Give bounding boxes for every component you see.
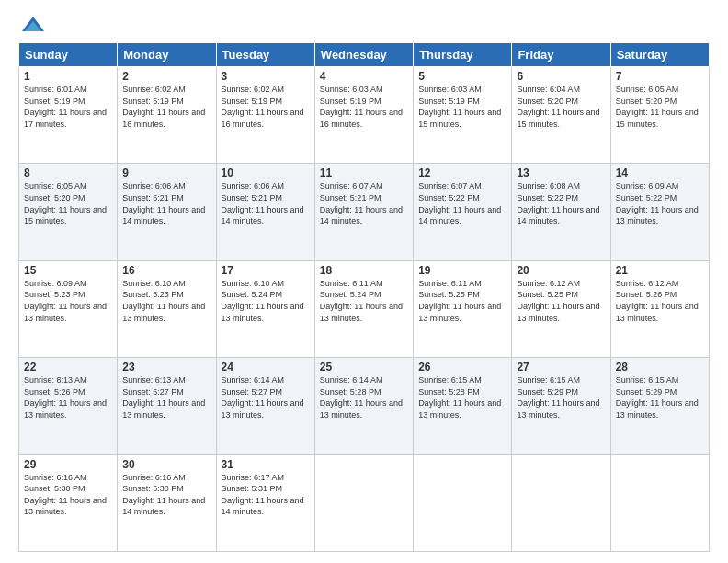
- calendar-day-cell: 29Sunrise: 6:16 AMSunset: 5:30 PMDayligh…: [19, 454, 118, 551]
- page: SundayMondayTuesdayWednesdayThursdayFrid…: [0, 0, 728, 563]
- calendar-day-cell: 17Sunrise: 6:10 AMSunset: 5:24 PMDayligh…: [216, 260, 314, 357]
- calendar-day-cell: 16Sunrise: 6:10 AMSunset: 5:23 PMDayligh…: [118, 260, 216, 357]
- day-info: Sunrise: 6:16 AMSunset: 5:30 PMDaylight:…: [24, 472, 112, 518]
- calendar-day-cell: 26Sunrise: 6:15 AMSunset: 5:28 PMDayligh…: [414, 358, 512, 454]
- calendar-week-row: 29Sunrise: 6:16 AMSunset: 5:30 PMDayligh…: [19, 454, 710, 551]
- calendar-day-cell: 9Sunrise: 6:06 AMSunset: 5:21 PMDaylight…: [118, 164, 216, 260]
- day-info: Sunrise: 6:04 AMSunset: 5:20 PMDaylight:…: [517, 84, 605, 130]
- day-info: Sunrise: 6:01 AMSunset: 5:19 PMDaylight:…: [24, 84, 112, 130]
- calendar-day-cell: 27Sunrise: 6:15 AMSunset: 5:29 PMDayligh…: [512, 358, 610, 454]
- calendar-day-cell: 5Sunrise: 6:03 AMSunset: 5:19 PMDaylight…: [414, 67, 512, 164]
- day-number: 3: [222, 70, 310, 83]
- day-number: 21: [616, 264, 704, 277]
- calendar-day-cell: 20Sunrise: 6:12 AMSunset: 5:25 PMDayligh…: [512, 260, 610, 357]
- calendar-day-cell: 7Sunrise: 6:05 AMSunset: 5:20 PMDaylight…: [610, 67, 709, 164]
- day-number: 7: [616, 70, 704, 83]
- day-number: 6: [517, 70, 605, 83]
- day-number: 8: [24, 167, 112, 179]
- day-number: 18: [320, 264, 408, 277]
- weekday-header: Monday: [118, 43, 216, 67]
- calendar-day-cell: 12Sunrise: 6:07 AMSunset: 5:22 PMDayligh…: [414, 164, 512, 260]
- calendar-day-cell: [414, 454, 512, 551]
- day-number: 4: [320, 70, 408, 83]
- day-number: 27: [517, 361, 605, 373]
- day-info: Sunrise: 6:15 AMSunset: 5:28 PMDaylight:…: [418, 374, 506, 420]
- weekday-header: Tuesday: [216, 43, 314, 67]
- day-number: 31: [222, 458, 310, 471]
- day-number: 5: [418, 70, 506, 83]
- calendar-day-cell: 2Sunrise: 6:02 AMSunset: 5:19 PMDaylight…: [118, 67, 216, 164]
- day-info: Sunrise: 6:15 AMSunset: 5:29 PMDaylight:…: [517, 374, 605, 420]
- calendar-day-cell: 11Sunrise: 6:07 AMSunset: 5:21 PMDayligh…: [314, 164, 413, 260]
- calendar-day-cell: 3Sunrise: 6:02 AMSunset: 5:19 PMDaylight…: [216, 67, 314, 164]
- day-info: Sunrise: 6:16 AMSunset: 5:30 PMDaylight:…: [122, 472, 210, 518]
- day-info: Sunrise: 6:05 AMSunset: 5:20 PMDaylight:…: [616, 84, 704, 130]
- calendar-day-cell: 21Sunrise: 6:12 AMSunset: 5:26 PMDayligh…: [610, 260, 709, 357]
- calendar-header-row: SundayMondayTuesdayWednesdayThursdayFrid…: [19, 43, 710, 67]
- day-info: Sunrise: 6:10 AMSunset: 5:23 PMDaylight:…: [122, 278, 210, 324]
- day-number: 16: [122, 264, 210, 277]
- day-info: Sunrise: 6:07 AMSunset: 5:22 PMDaylight:…: [418, 180, 506, 226]
- calendar-day-cell: 15Sunrise: 6:09 AMSunset: 5:23 PMDayligh…: [19, 260, 118, 357]
- day-info: Sunrise: 6:12 AMSunset: 5:25 PMDaylight:…: [517, 278, 605, 324]
- calendar-day-cell: 6Sunrise: 6:04 AMSunset: 5:20 PMDaylight…: [512, 67, 610, 164]
- day-info: Sunrise: 6:02 AMSunset: 5:19 PMDaylight:…: [222, 84, 310, 130]
- calendar-day-cell: 1Sunrise: 6:01 AMSunset: 5:19 PMDaylight…: [19, 67, 118, 164]
- day-info: Sunrise: 6:07 AMSunset: 5:21 PMDaylight:…: [320, 180, 408, 226]
- day-info: Sunrise: 6:10 AMSunset: 5:24 PMDaylight:…: [222, 278, 310, 324]
- day-info: Sunrise: 6:11 AMSunset: 5:25 PMDaylight:…: [418, 278, 506, 324]
- day-info: Sunrise: 6:17 AMSunset: 5:31 PMDaylight:…: [222, 472, 310, 518]
- day-info: Sunrise: 6:03 AMSunset: 5:19 PMDaylight:…: [320, 84, 408, 130]
- calendar-day-cell: 22Sunrise: 6:13 AMSunset: 5:26 PMDayligh…: [19, 358, 118, 454]
- day-info: Sunrise: 6:02 AMSunset: 5:19 PMDaylight:…: [122, 84, 210, 130]
- weekday-header: Friday: [512, 43, 610, 67]
- logo-icon: [20, 15, 46, 35]
- day-info: Sunrise: 6:15 AMSunset: 5:29 PMDaylight:…: [616, 374, 704, 420]
- weekday-header: Sunday: [19, 43, 118, 67]
- calendar-day-cell: 25Sunrise: 6:14 AMSunset: 5:28 PMDayligh…: [314, 358, 413, 454]
- calendar-day-cell: [610, 454, 709, 551]
- day-number: 9: [122, 167, 210, 179]
- day-number: 2: [122, 70, 210, 83]
- day-number: 13: [517, 167, 605, 179]
- day-info: Sunrise: 6:06 AMSunset: 5:21 PMDaylight:…: [222, 180, 310, 226]
- day-number: 26: [418, 361, 506, 373]
- logo: [18, 15, 46, 33]
- calendar-day-cell: 18Sunrise: 6:11 AMSunset: 5:24 PMDayligh…: [314, 260, 413, 357]
- day-info: Sunrise: 6:12 AMSunset: 5:26 PMDaylight:…: [616, 278, 704, 324]
- day-number: 17: [222, 264, 310, 277]
- day-number: 14: [616, 167, 704, 179]
- day-number: 30: [122, 458, 210, 471]
- weekday-header: Saturday: [610, 43, 709, 67]
- day-info: Sunrise: 6:09 AMSunset: 5:22 PMDaylight:…: [616, 180, 704, 226]
- calendar-day-cell: 30Sunrise: 6:16 AMSunset: 5:30 PMDayligh…: [118, 454, 216, 551]
- calendar-week-row: 1Sunrise: 6:01 AMSunset: 5:19 PMDaylight…: [19, 67, 710, 164]
- day-info: Sunrise: 6:13 AMSunset: 5:27 PMDaylight:…: [122, 374, 210, 420]
- calendar-day-cell: 19Sunrise: 6:11 AMSunset: 5:25 PMDayligh…: [414, 260, 512, 357]
- day-number: 11: [320, 167, 408, 179]
- calendar-day-cell: [314, 454, 413, 551]
- calendar-week-row: 8Sunrise: 6:05 AMSunset: 5:20 PMDaylight…: [19, 164, 710, 260]
- day-number: 25: [320, 361, 408, 373]
- day-info: Sunrise: 6:14 AMSunset: 5:27 PMDaylight:…: [222, 374, 310, 420]
- weekday-header: Wednesday: [314, 43, 413, 67]
- day-info: Sunrise: 6:08 AMSunset: 5:22 PMDaylight:…: [517, 180, 605, 226]
- calendar-day-cell: 24Sunrise: 6:14 AMSunset: 5:27 PMDayligh…: [216, 358, 314, 454]
- day-number: 12: [418, 167, 506, 179]
- day-info: Sunrise: 6:09 AMSunset: 5:23 PMDaylight:…: [24, 278, 112, 324]
- day-info: Sunrise: 6:05 AMSunset: 5:20 PMDaylight:…: [24, 180, 112, 226]
- calendar-day-cell: 13Sunrise: 6:08 AMSunset: 5:22 PMDayligh…: [512, 164, 610, 260]
- day-info: Sunrise: 6:14 AMSunset: 5:28 PMDaylight:…: [320, 374, 408, 420]
- header: [18, 15, 710, 33]
- day-number: 19: [418, 264, 506, 277]
- day-number: 15: [24, 264, 112, 277]
- calendar: SundayMondayTuesdayWednesdayThursdayFrid…: [18, 42, 710, 552]
- weekday-header: Thursday: [414, 43, 512, 67]
- calendar-day-cell: 8Sunrise: 6:05 AMSunset: 5:20 PMDaylight…: [19, 164, 118, 260]
- calendar-day-cell: 28Sunrise: 6:15 AMSunset: 5:29 PMDayligh…: [610, 358, 709, 454]
- calendar-day-cell: 4Sunrise: 6:03 AMSunset: 5:19 PMDaylight…: [314, 67, 413, 164]
- day-number: 23: [122, 361, 210, 373]
- calendar-day-cell: 23Sunrise: 6:13 AMSunset: 5:27 PMDayligh…: [118, 358, 216, 454]
- day-number: 24: [222, 361, 310, 373]
- calendar-day-cell: 10Sunrise: 6:06 AMSunset: 5:21 PMDayligh…: [216, 164, 314, 260]
